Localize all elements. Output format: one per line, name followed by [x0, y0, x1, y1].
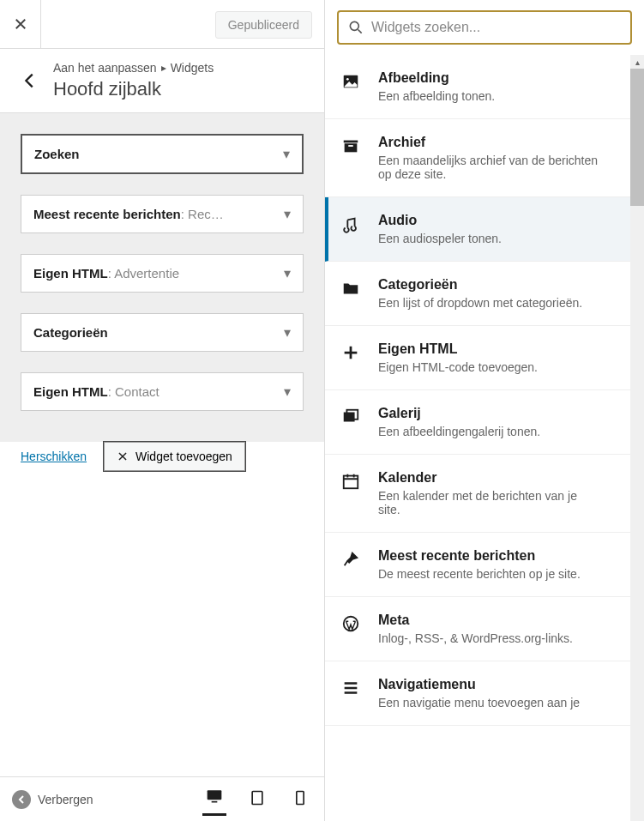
widget-item-label: Eigen HTML: Contact [33, 384, 159, 399]
breadcrumb-section: Widgets [171, 61, 214, 75]
catalog-item-desc: Eigen HTML-code toevoegen. [378, 360, 538, 374]
catalog-item-name: Audio [378, 213, 502, 228]
widget-item-label: Eigen HTML: Advertentie [33, 266, 179, 281]
catalog-item-name: Galerij [378, 406, 540, 421]
scrollbar[interactable]: ▴ [630, 55, 644, 821]
svg-rect-9 [348, 145, 353, 147]
catalog-item-desc: De meest recente berichten op je site. [378, 567, 581, 581]
chevron-down-icon: ▾ [284, 265, 291, 281]
pin-icon [339, 548, 363, 581]
mobile-icon [292, 789, 309, 806]
widget-catalog-item[interactable]: AfbeeldingEen afbeelding tonen. [325, 55, 644, 119]
catalog-item-name: Eigen HTML [378, 341, 538, 357]
catalog-item-desc: Een afbeeldingengalerij tonen. [378, 425, 540, 438]
gallery-icon [339, 406, 363, 438]
device-tablet-button[interactable] [245, 784, 269, 815]
widget-catalog-item[interactable]: AudioEen audiospeler tonen. [325, 197, 644, 262]
catalog-item-name: Meest recente berichten [378, 548, 581, 564]
calendar-icon [339, 470, 363, 516]
sidebar-widget-item[interactable]: Zoeken▾ [21, 134, 304, 174]
chevron-left-icon [21, 71, 39, 90]
svg-rect-0 [208, 790, 222, 800]
plus-icon [339, 341, 363, 374]
sidebar-widget-item[interactable]: Eigen HTML: Contact▾ [21, 372, 304, 411]
catalog-item-name: Categorieën [378, 277, 582, 293]
close-icon [13, 16, 28, 32]
widget-catalog-item[interactable]: CategorieënEen lijst of dropdown met cat… [325, 262, 644, 326]
sidebar-widget-item[interactable]: Categorieën▾ [21, 313, 304, 352]
catalog-item-name: Archief [378, 135, 601, 150]
search-icon [347, 19, 364, 36]
audio-icon [339, 213, 363, 245]
svg-point-6 [346, 78, 349, 81]
svg-rect-8 [345, 143, 358, 152]
widget-catalog-item[interactable]: MetaInlog-, RSS-, & WordPress.org-links. [325, 597, 644, 661]
menu-icon [339, 677, 363, 709]
catalog-item-desc: Een lijst of dropdown met categorieën. [378, 296, 582, 310]
svg-rect-7 [344, 141, 358, 143]
catalog-item-desc: Een kalender met de berichten van je sit… [378, 489, 601, 516]
close-icon [117, 450, 129, 462]
breadcrumb-customizing: Aan het aanpassen [53, 61, 157, 75]
svg-rect-12 [344, 476, 358, 489]
svg-rect-10 [344, 413, 355, 422]
catalog-item-name: Afbeelding [378, 70, 495, 86]
widget-catalog-item[interactable]: ArchiefEen maandelijks archief van de be… [325, 119, 644, 197]
wp-icon [339, 613, 363, 645]
catalog-item-desc: Een maandelijks archief van de berichten… [378, 154, 601, 181]
device-desktop-button[interactable] [202, 782, 226, 816]
svg-rect-2 [252, 791, 262, 804]
widget-catalog-item[interactable]: Meest recente berichtenDe meest recente … [325, 533, 644, 597]
svg-point-4 [350, 21, 358, 30]
catalog-item-name: Meta [378, 613, 573, 628]
desktop-icon [206, 788, 223, 805]
hide-label: Verbergen [38, 793, 93, 806]
widget-search-box[interactable] [337, 10, 632, 45]
catalog-item-desc: Een audiospeler tonen. [378, 232, 502, 245]
search-input[interactable] [371, 20, 622, 35]
breadcrumb-separator-icon: ▸ [161, 62, 166, 74]
widget-item-label: Meest recente berichten: Rec… [33, 207, 224, 221]
reorder-link[interactable]: Herschikken [21, 450, 87, 463]
widget-item-label: Zoeken [34, 147, 80, 161]
add-widget-button[interactable]: Widget toevoegen [104, 442, 245, 471]
collapse-icon [12, 790, 31, 809]
catalog-item-desc: Inlog-, RSS-, & WordPress.org-links. [378, 631, 573, 645]
scroll-up-icon[interactable]: ▴ [630, 55, 644, 69]
widget-catalog-item[interactable]: Eigen HTMLEigen HTML-code toevoegen. [325, 326, 644, 390]
back-button[interactable] [10, 61, 50, 90]
widget-catalog-item[interactable]: KalenderEen kalender met de berichten va… [325, 455, 644, 533]
image-icon [339, 70, 363, 103]
svg-rect-3 [297, 791, 304, 804]
hide-controls-button[interactable]: Verbergen [12, 790, 93, 809]
sidebar-widget-item[interactable]: Eigen HTML: Advertentie▾ [21, 254, 304, 293]
archive-icon [339, 135, 363, 181]
scrollbar-thumb[interactable] [630, 69, 644, 206]
sidebar-widget-item[interactable]: Meest recente berichten: Rec…▾ [21, 195, 304, 233]
page-title: Hoofd zijbalk [53, 78, 310, 100]
chevron-down-icon: ▾ [283, 146, 290, 162]
chevron-down-icon: ▾ [284, 383, 291, 400]
publish-status-button: Gepubliceerd [215, 11, 312, 39]
device-mobile-button[interactable] [288, 784, 312, 815]
add-widget-label: Widget toevoegen [135, 450, 232, 463]
chevron-down-icon: ▾ [284, 324, 291, 341]
widget-item-label: Categorieën [33, 325, 108, 340]
chevron-down-icon: ▾ [284, 206, 291, 222]
svg-rect-1 [212, 801, 218, 803]
catalog-item-desc: Een navigatie menu toevoegen aan je [378, 696, 580, 709]
close-button[interactable] [0, 0, 41, 49]
widget-catalog-item[interactable]: GalerijEen afbeeldingengalerij tonen. [325, 390, 644, 455]
widget-catalog-item[interactable]: NavigatiemenuEen navigatie menu toevoege… [325, 661, 644, 726]
tablet-icon [249, 789, 266, 806]
breadcrumb: Aan het aanpassen ▸ Widgets [53, 61, 310, 75]
catalog-item-name: Kalender [378, 470, 601, 486]
folder-icon [339, 277, 363, 310]
catalog-item-desc: Een afbeelding tonen. [378, 89, 495, 103]
catalog-item-name: Navigatiemenu [378, 677, 580, 692]
